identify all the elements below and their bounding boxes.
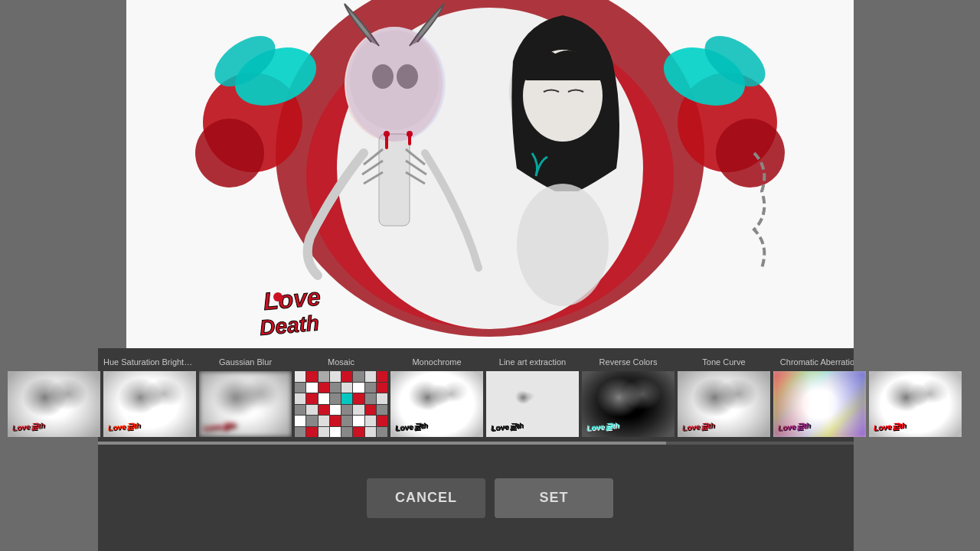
filter-thumb-inner-chroma xyxy=(773,371,866,437)
filter-scroll-area: NoneHue Saturation BrightnessGaussian Bl… xyxy=(0,348,980,439)
filter-thumb-chroma[interactable] xyxy=(772,370,867,439)
filter-label-line-art: Line art extraction xyxy=(485,354,580,370)
action-buttons: CANCEL SET xyxy=(0,445,980,551)
cancel-button[interactable]: CANCEL xyxy=(367,478,485,518)
filter-label-monochrome: Monochrome xyxy=(389,354,485,370)
filter-thumb-line-art[interactable] xyxy=(485,370,580,439)
svg-point-36 xyxy=(273,292,283,302)
filter-thumb-hsb[interactable] xyxy=(102,370,198,439)
filter-thumb-inner-gaussian xyxy=(199,371,292,437)
filter-thumb-mosaic[interactable] xyxy=(293,370,389,439)
filter-thumb-gaussian[interactable] xyxy=(198,370,293,439)
svg-text:Love: Love xyxy=(262,283,322,315)
set-button[interactable]: SET xyxy=(495,478,613,518)
filter-thumb-inner-tone xyxy=(678,371,770,437)
filter-thumb-inner-unsharp xyxy=(869,371,962,437)
filter-thumb-reverse[interactable] xyxy=(580,370,676,439)
svg-rect-16 xyxy=(379,134,410,226)
filter-thumb-inner-line-art xyxy=(486,371,579,437)
filter-label-gaussian: Gaussian Blur xyxy=(198,354,293,370)
filter-thumb-unsharp[interactable] xyxy=(867,370,963,439)
filter-labels-row: NoneHue Saturation BrightnessGaussian Bl… xyxy=(0,354,980,370)
filter-label-tone: Tone Curve xyxy=(676,354,772,370)
artwork: Love Death xyxy=(126,0,854,348)
svg-point-27 xyxy=(517,184,609,306)
svg-point-5 xyxy=(195,119,264,187)
art-svg: Love Death xyxy=(126,0,854,348)
svg-point-7 xyxy=(716,119,785,187)
filter-label-mosaic: Mosaic xyxy=(293,354,389,370)
main-canvas: Love Death xyxy=(126,0,854,348)
filter-thumb-inner-monochrome xyxy=(390,371,483,437)
filter-thumbnails-row xyxy=(0,370,980,439)
filter-thumb-none[interactable] xyxy=(6,370,102,439)
svg-rect-26 xyxy=(523,54,611,80)
filter-thumb-inner-hsb xyxy=(103,371,196,437)
filter-thumb-monochrome[interactable] xyxy=(389,370,485,439)
filter-panel: NoneHue Saturation BrightnessGaussian Bl… xyxy=(0,348,980,551)
filter-label-reverse: Reverse Colors xyxy=(580,354,676,370)
filter-thumb-tone[interactable] xyxy=(676,370,772,439)
filter-label-hsb: Hue Saturation Brightness xyxy=(102,354,198,370)
right-sidebar xyxy=(854,0,980,551)
filter-thumb-inner-mosaic xyxy=(295,371,387,437)
filter-thumb-inner-reverse xyxy=(582,371,675,437)
svg-point-33 xyxy=(346,27,446,142)
filter-thumb-inner-none xyxy=(8,371,100,437)
left-sidebar xyxy=(0,0,98,551)
